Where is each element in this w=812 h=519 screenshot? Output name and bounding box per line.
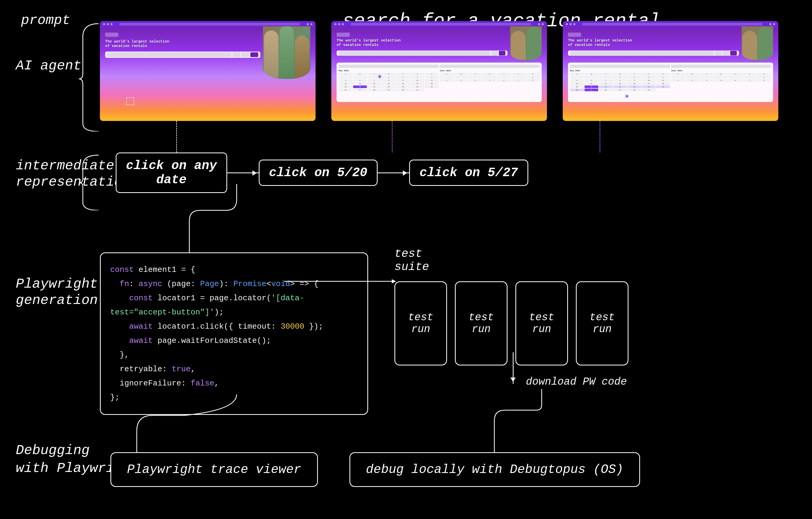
action-arrow-1 — [227, 172, 259, 173]
screenshots-row: The world's largest selectionof vacation… — [100, 21, 791, 121]
debug-locally-box: debug locally with Debugtopus (OS) — [349, 452, 640, 487]
label-prompt: prompt — [21, 12, 70, 28]
label-ai-agent: AI agent — [16, 58, 82, 74]
test-run-4: testrun — [576, 281, 629, 366]
test-run-2: testrun — [455, 281, 508, 366]
action-box-2: click on 5/20 — [259, 160, 378, 186]
test-suite-section: testsuite testrun testrun testrun testru… — [395, 247, 791, 366]
test-suite-label: testsuite — [395, 247, 791, 273]
action-box-1: click on anydate — [116, 152, 227, 193]
test-runs-row: testrun testrun testrun testrun — [395, 281, 791, 366]
action-box-3: click on 5/27 — [409, 160, 528, 186]
dashed-arrow-2 — [392, 121, 393, 152]
test-runs-down-arrow — [513, 352, 514, 384]
test-run-3: testrun — [515, 281, 568, 366]
screenshot-2: The world's largest selectionof vacation… — [331, 21, 547, 121]
download-label: download PW code — [526, 376, 627, 388]
test-to-debug-arrow — [489, 389, 594, 463]
svg-marker-2 — [392, 279, 396, 283]
main-container: search for a vacation rental prompt AI a… — [0, 0, 812, 519]
test-run-1: testrun — [395, 281, 447, 366]
screenshot-3: The world's largest selectionof vacation… — [563, 21, 778, 121]
code-to-test-arrow — [284, 273, 400, 289]
action-boxes-row: click on anydate click on 5/20 click on … — [100, 152, 791, 193]
dashed-arrow-3 — [600, 121, 600, 152]
action-arrow-2 — [378, 172, 409, 173]
debugging-section: Playwright trace viewer debug locally wi… — [111, 452, 640, 487]
dashed-arrow-1 — [176, 121, 177, 152]
playwright-trace-viewer-box: Playwright trace viewer — [111, 452, 318, 487]
screenshot-1: The world's largest selectionof vacation… — [100, 21, 316, 121]
